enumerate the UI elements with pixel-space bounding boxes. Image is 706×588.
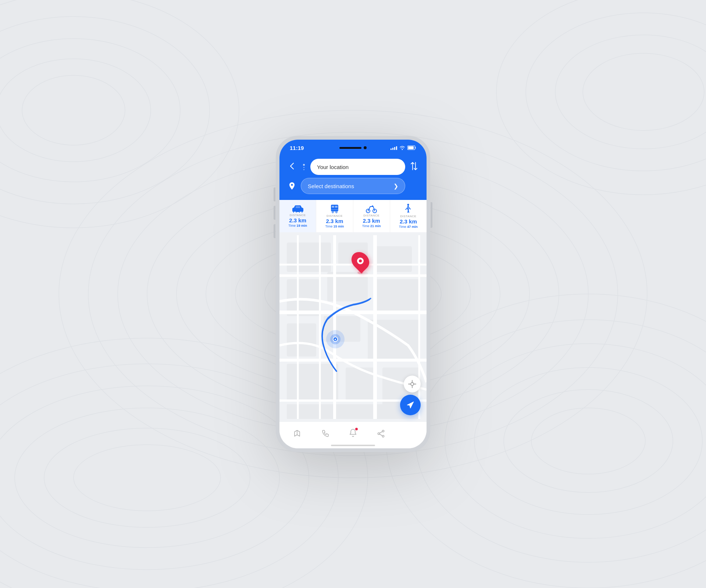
bus-distance-value: 2.3 km: [326, 218, 343, 224]
home-indicator: [331, 445, 375, 446]
notification-badge: [355, 428, 358, 430]
svg-point-20: [0, 0, 239, 228]
svg-point-11: [15, 408, 279, 548]
swap-button[interactable]: [409, 162, 419, 172]
current-location-marker: ▶: [326, 330, 345, 348]
svg-rect-36: [296, 206, 300, 208]
bike-icon: [366, 204, 377, 213]
bus-time: Time 15 min: [325, 225, 344, 228]
svg-rect-39: [335, 206, 338, 208]
nav-item-navigate-space: [395, 422, 423, 445]
svg-point-13: [74, 445, 221, 511]
svg-point-24: [22, 75, 125, 145]
nav-item-map[interactable]: [283, 422, 311, 445]
status-time: 11:19: [290, 145, 304, 151]
navigate-button[interactable]: [400, 395, 421, 415]
svg-point-28: [583, 53, 704, 130]
svg-rect-63: [287, 404, 419, 419]
svg-point-15: [416, 320, 706, 562]
bike-time: Time 21 min: [362, 224, 381, 228]
chevron-right-icon: ❯: [393, 183, 398, 190]
svg-point-27: [555, 35, 706, 149]
walk-distance-value: 2.3 km: [400, 219, 417, 224]
notch-bar: [339, 147, 361, 149]
svg-line-85: [380, 432, 382, 433]
car-distance-label: Distance: [290, 214, 306, 217]
bike-distance-value: 2.3 km: [363, 218, 380, 223]
location-row: Your location: [287, 159, 419, 175]
bike-distance-label: Distance: [363, 214, 379, 217]
battery-icon: [407, 146, 416, 150]
svg-point-26: [526, 13, 706, 171]
svg-rect-60: [287, 364, 338, 401]
phone-frame: 11:19: [276, 136, 430, 452]
transport-bar: Distance 2.3 km Time 19 min: [279, 200, 427, 232]
svg-rect-37: [331, 205, 338, 211]
bus-icon: [330, 204, 339, 214]
svg-point-23: [0, 59, 151, 162]
svg-point-10: [0, 386, 309, 570]
svg-point-48: [372, 205, 373, 207]
pin-inner-dot: [357, 258, 364, 264]
navigate-icon: [406, 401, 415, 409]
svg-point-16: [445, 344, 706, 538]
nav-item-phone[interactable]: [311, 422, 339, 445]
transport-item-car[interactable]: Distance 2.3 km Time 19 min: [279, 200, 316, 232]
app-header: Your location: [279, 156, 427, 200]
svg-rect-30: [408, 146, 414, 149]
destination-row: Select destinations ❯: [287, 178, 419, 194]
your-location-text: Your location: [317, 164, 349, 170]
svg-point-31: [291, 184, 293, 186]
back-button[interactable]: [287, 163, 297, 171]
location-pulse: ▶: [326, 330, 345, 348]
walk-icon: [404, 204, 412, 214]
notch: [331, 143, 375, 152]
share-icon: [377, 430, 385, 438]
svg-rect-57: [287, 323, 316, 356]
nav-item-share[interactable]: [367, 422, 395, 445]
svg-rect-51: [287, 243, 331, 272]
notif-wrapper: [349, 429, 357, 438]
your-location-input[interactable]: Your location: [310, 159, 405, 175]
svg-point-84: [382, 435, 384, 437]
car-time: Time 19 min: [288, 224, 307, 227]
svg-line-86: [380, 434, 382, 436]
bus-distance-label: Distance: [327, 214, 343, 218]
car-distance-value: 2.3 km: [289, 218, 306, 223]
pin-icon: [289, 182, 295, 190]
signal-icon: [391, 146, 397, 150]
svg-rect-53: [375, 246, 412, 272]
destination-pin: [352, 251, 368, 274]
wifi-icon: [399, 146, 405, 150]
locate-button[interactable]: [404, 376, 421, 392]
transport-item-bike[interactable]: Distance 2.3 km Time 21 min: [353, 200, 390, 232]
nav-item-notifications[interactable]: [339, 422, 367, 445]
svg-rect-40: [331, 209, 338, 210]
status-icons: [391, 146, 416, 150]
transport-item-bus[interactable]: Distance 2.3 km Time 15 min: [316, 200, 353, 232]
svg-rect-38: [332, 206, 334, 208]
svg-point-12: [44, 428, 250, 527]
phone-mockup: 11:19: [276, 136, 430, 452]
walk-distance-label: Distance: [400, 215, 416, 218]
phone-nav-icon: [321, 430, 329, 437]
destination-input[interactable]: Select destinations ❯: [301, 178, 405, 194]
phone-screen: 11:19: [279, 140, 427, 448]
transport-item-walk[interactable]: Distance 2.3 km Time 47 min: [390, 200, 427, 232]
svg-point-14: [386, 294, 706, 588]
location-dot: ▶: [333, 337, 338, 342]
destination-text: Select destinations: [308, 183, 354, 189]
map-area[interactable]: ▶: [279, 232, 427, 422]
notch-dot: [364, 146, 367, 149]
location-inner: ▶: [330, 334, 340, 344]
status-bar: 11:19: [279, 140, 427, 156]
svg-point-83: [378, 433, 380, 435]
crosshair-icon: [408, 380, 416, 388]
svg-point-75: [411, 383, 414, 386]
walk-time: Time 47 min: [399, 225, 418, 229]
map-nav-icon: [293, 430, 301, 438]
pin-center: [359, 259, 362, 262]
svg-rect-56: [375, 279, 419, 312]
svg-point-45: [336, 211, 337, 213]
car-icon: [292, 205, 304, 213]
